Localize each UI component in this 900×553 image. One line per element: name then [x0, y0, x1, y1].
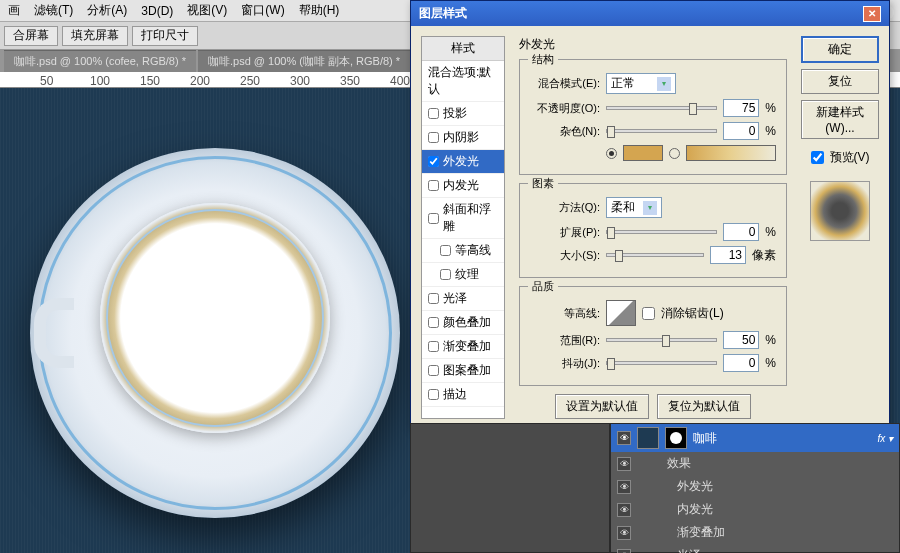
style-item[interactable]: 描边 — [422, 383, 504, 407]
opacity-slider[interactable] — [606, 106, 717, 110]
dialog-title: 图层样式 — [419, 5, 467, 22]
visibility-icon[interactable]: 👁 — [617, 526, 631, 540]
fit-screen-button[interactable]: 合屏幕 — [4, 26, 58, 46]
layers-panel: 👁 咖啡 fx ▾ 👁 效果 👁 外发光 👁 内发光 👁 渐变叠加 👁 光泽 — [610, 423, 900, 553]
menu-item[interactable]: 视图(V) — [187, 2, 227, 19]
jitter-input[interactable]: 0 — [723, 354, 759, 372]
visibility-icon[interactable]: 👁 — [617, 503, 631, 517]
glow-color-swatch[interactable] — [623, 145, 663, 161]
doc-tab[interactable]: 咖啡.psd @ 100% (cofee, RGB/8) * — [4, 50, 196, 72]
menu-item[interactable]: 分析(A) — [87, 2, 127, 19]
chevron-down-icon: ▾ — [643, 201, 657, 215]
ok-button[interactable]: 确定 — [801, 36, 879, 63]
contour-picker[interactable] — [606, 300, 636, 326]
coffee-cup-artwork — [30, 148, 400, 518]
menu-item[interactable]: 3D(D) — [141, 4, 173, 18]
blend-options[interactable]: 混合选项:默认 — [422, 61, 504, 102]
effects-row[interactable]: 👁 效果 — [611, 452, 899, 475]
blend-mode-dropdown[interactable]: 正常▾ — [606, 73, 676, 94]
preview-checkbox[interactable] — [811, 151, 824, 164]
set-default-button[interactable]: 设置为默认值 — [555, 394, 649, 419]
layer-row[interactable]: 👁 咖啡 fx ▾ — [611, 424, 899, 452]
reset-default-button[interactable]: 复位为默认值 — [657, 394, 751, 419]
range-input[interactable]: 50 — [723, 331, 759, 349]
style-item[interactable]: 渐变叠加 — [422, 335, 504, 359]
settings-panel: 外发光 结构 混合模式(E): 正常▾ 不透明度(O): 75 % 杂色(N):… — [513, 36, 793, 419]
size-slider[interactable] — [606, 253, 704, 257]
dialog-titlebar[interactable]: 图层样式 ✕ — [411, 1, 889, 26]
fx-badge[interactable]: fx ▾ — [877, 433, 893, 444]
effect-item[interactable]: 👁 内发光 — [611, 498, 899, 521]
dialog-actions: 确定 复位 新建样式(W)... 预览(V) — [801, 36, 879, 419]
effect-item[interactable]: 👁 渐变叠加 — [611, 521, 899, 544]
style-item[interactable]: 纹理 — [422, 263, 504, 287]
fill-screen-button[interactable]: 填充屏幕 — [62, 26, 128, 46]
style-item[interactable]: 颜色叠加 — [422, 311, 504, 335]
print-size-button[interactable]: 打印尺寸 — [132, 26, 198, 46]
elements-group: 图素 方法(Q): 柔和▾ 扩展(P): 0 % 大小(S): 13 像素 — [519, 183, 787, 278]
visibility-icon[interactable]: 👁 — [617, 457, 631, 471]
layer-name: 咖啡 — [693, 430, 717, 447]
effect-item[interactable]: 👁 外发光 — [611, 475, 899, 498]
spread-slider[interactable] — [606, 230, 717, 234]
menu-item[interactable]: 画 — [8, 2, 20, 19]
chevron-down-icon: ▾ — [657, 77, 671, 91]
mask-thumbnail[interactable] — [665, 427, 687, 449]
cancel-button[interactable]: 复位 — [801, 69, 879, 94]
preview-thumbnail — [810, 181, 870, 241]
doc-tab[interactable]: 咖啡.psd @ 100% (咖啡 副本, RGB/8) * — [198, 50, 410, 72]
noise-input[interactable]: 0 — [723, 122, 759, 140]
size-input[interactable]: 13 — [710, 246, 746, 264]
visibility-icon[interactable]: 👁 — [617, 480, 631, 494]
panel-heading: 外发光 — [519, 36, 787, 53]
gradient-picker[interactable] — [686, 145, 776, 161]
layer-thumbnail[interactable] — [637, 427, 659, 449]
structure-group: 结构 混合模式(E): 正常▾ 不透明度(O): 75 % 杂色(N): 0 % — [519, 59, 787, 175]
effect-item[interactable]: 👁 光泽 — [611, 544, 899, 553]
style-item[interactable]: 内阴影 — [422, 126, 504, 150]
menu-item[interactable]: 滤镜(T) — [34, 2, 73, 19]
layer-style-dialog: 图层样式 ✕ 样式 混合选项:默认 投影 内阴影 外发光 内发光 斜面和浮雕 等… — [410, 0, 890, 430]
quality-group: 品质 等高线: 消除锯齿(L) 范围(R): 50 % 抖动(J): 0 — [519, 286, 787, 386]
close-icon[interactable]: ✕ — [863, 6, 881, 22]
menu-item[interactable]: 窗口(W) — [241, 2, 284, 19]
style-item[interactable]: 等高线 — [422, 239, 504, 263]
antialias-checkbox[interactable] — [642, 307, 655, 320]
range-slider[interactable] — [606, 338, 717, 342]
styles-header[interactable]: 样式 — [422, 37, 504, 61]
opacity-input[interactable]: 75 — [723, 99, 759, 117]
menu-item[interactable]: 帮助(H) — [299, 2, 340, 19]
visibility-icon[interactable]: 👁 — [617, 431, 631, 445]
style-item[interactable]: 斜面和浮雕 — [422, 198, 504, 239]
gradient-radio[interactable] — [669, 148, 680, 159]
visibility-icon[interactable]: 👁 — [617, 549, 631, 554]
technique-dropdown[interactable]: 柔和▾ — [606, 197, 662, 218]
noise-slider[interactable] — [606, 129, 717, 133]
navigator-panel[interactable] — [410, 423, 610, 553]
style-item-outer-glow[interactable]: 外发光 — [422, 150, 504, 174]
jitter-slider[interactable] — [606, 361, 717, 365]
spread-input[interactable]: 0 — [723, 223, 759, 241]
style-item[interactable]: 光泽 — [422, 287, 504, 311]
style-item[interactable]: 投影 — [422, 102, 504, 126]
style-item[interactable]: 图案叠加 — [422, 359, 504, 383]
color-radio[interactable] — [606, 148, 617, 159]
style-item[interactable]: 内发光 — [422, 174, 504, 198]
styles-list: 样式 混合选项:默认 投影 内阴影 外发光 内发光 斜面和浮雕 等高线 纹理 光… — [421, 36, 505, 419]
new-style-button[interactable]: 新建样式(W)... — [801, 100, 879, 139]
